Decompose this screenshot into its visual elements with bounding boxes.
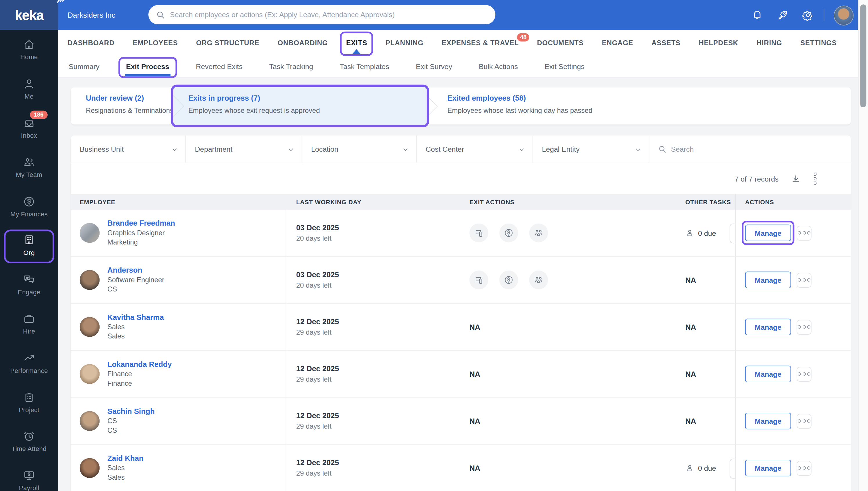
notifications-bell-icon[interactable] xyxy=(752,9,763,20)
exit-action-team-icon[interactable] xyxy=(529,224,548,242)
exit-action-team-icon[interactable] xyxy=(529,270,548,289)
sidebar-item[interactable]: Org xyxy=(0,226,58,265)
exit-action-finance-icon[interactable] xyxy=(499,224,518,242)
exit-action-assets-icon[interactable] xyxy=(470,224,488,242)
nav-tab-label: DOCUMENTS xyxy=(537,39,584,47)
table-options-kebab-icon[interactable] xyxy=(812,172,817,186)
keka-logo[interactable]: keka xyxy=(0,0,58,30)
employee-name-link[interactable]: Anderson xyxy=(107,266,164,276)
subnav-tab[interactable]: Exit Process xyxy=(126,62,169,71)
manage-button[interactable]: Manage xyxy=(745,225,791,241)
other-tasks-due[interactable]: 0 due xyxy=(685,463,716,472)
scrollbar-thumb[interactable] xyxy=(860,4,866,107)
sidebar-item[interactable]: Me xyxy=(0,69,58,108)
row-options-kebab-icon[interactable] xyxy=(796,461,812,475)
row-options-kebab-icon[interactable] xyxy=(796,413,812,429)
exit-actions-na: NA xyxy=(470,417,480,425)
stage-title[interactable]: Under review (2) xyxy=(86,94,173,103)
sidebar-item[interactable]: Project xyxy=(0,382,58,422)
stage-title[interactable]: Exits in progress (7) xyxy=(188,94,427,103)
person-icon xyxy=(685,463,694,472)
days-left: 20 days left xyxy=(296,282,339,289)
sidebar-item[interactable]: My Finances xyxy=(0,186,58,226)
filter-dropdown[interactable]: Department xyxy=(186,136,302,163)
nav-tab[interactable]: ORG STRUCTURE xyxy=(196,39,259,47)
table-search-input[interactable]: Search xyxy=(649,136,850,163)
nav-tab[interactable]: DASHBOARD xyxy=(67,39,115,47)
employee-department: Sales xyxy=(107,332,164,341)
days-left: 29 days left xyxy=(296,469,339,478)
sidebar-item-label: Home xyxy=(20,54,38,61)
sidebar-item[interactable]: Performance xyxy=(0,343,58,382)
subnav-tab[interactable]: Exit Settings xyxy=(544,62,585,71)
nav-tab[interactable]: EXITS xyxy=(346,39,367,47)
subnav-tab[interactable]: Summary xyxy=(69,62,100,71)
nav-tab[interactable]: HELPDESK xyxy=(699,39,738,47)
manage-button[interactable]: Manage xyxy=(745,366,791,382)
employee-avatar xyxy=(80,411,100,431)
filter-dropdown[interactable]: Location xyxy=(302,136,417,163)
sidebar-item[interactable]: Home xyxy=(0,30,58,69)
employee-department: Sales xyxy=(107,473,143,482)
download-icon[interactable] xyxy=(791,174,800,183)
row-options-kebab-icon[interactable] xyxy=(796,320,812,335)
search-icon xyxy=(156,10,165,19)
exit-action-assets-icon[interactable] xyxy=(470,270,488,289)
exit-action-finance-icon[interactable] xyxy=(499,270,518,289)
sidebar-item-label: Project xyxy=(19,406,39,413)
nav-tab[interactable]: SETTINGS xyxy=(801,39,837,47)
filter-dropdown[interactable]: Business Unit xyxy=(71,136,186,163)
global-search-input[interactable]: Search employees or actions (Ex: Apply L… xyxy=(148,5,495,24)
annotation-box xyxy=(171,85,429,127)
filter-dropdown[interactable]: Cost Center xyxy=(417,136,533,163)
stage-card[interactable]: Under review (2) Resignations & Terminat… xyxy=(71,87,173,124)
module-nav: DASHBOARD EMPLOYEES ORG STRUCTURE ONBO xyxy=(58,30,859,56)
sidebar-item[interactable]: Inbox 186 xyxy=(0,108,58,147)
sidebar-item[interactable]: Hire xyxy=(0,304,58,343)
nav-tab[interactable]: EMPLOYEES xyxy=(133,39,178,47)
row-options-kebab-icon[interactable] xyxy=(796,272,812,287)
user-avatar[interactable] xyxy=(834,5,854,26)
sidebar-item[interactable]: Engage xyxy=(0,265,58,304)
manage-button[interactable]: Manage xyxy=(745,460,791,476)
manage-button[interactable]: Manage xyxy=(745,413,791,429)
stage-title[interactable]: Exited employees (58) xyxy=(448,94,697,103)
employee-name-link[interactable]: Lokananda Reddy xyxy=(107,359,172,370)
employee-name-link[interactable]: Sachin Singh xyxy=(107,407,155,416)
nav-tab[interactable]: ENGAGE xyxy=(602,39,633,47)
subnav-tab[interactable]: Exit Survey xyxy=(416,62,452,71)
nav-tab[interactable]: ONBOARDING xyxy=(278,39,328,47)
subnav-tab[interactable]: Task Tracking xyxy=(269,62,313,71)
row-options-kebab-icon[interactable] xyxy=(796,225,812,240)
subnav-tab[interactable]: Reverted Exits xyxy=(196,62,243,71)
nav-tab[interactable]: DOCUMENTS xyxy=(537,39,584,47)
nav-tab[interactable]: HIRING xyxy=(757,39,782,47)
filter-dropdown[interactable]: Legal Entity xyxy=(533,136,649,163)
exit-actions-na: NA xyxy=(470,464,480,472)
stage-card[interactable]: Exits in progress (7) Employees whose ex… xyxy=(173,87,427,124)
subnav-tab[interactable]: Task Templates xyxy=(340,62,389,71)
employee-name-link[interactable]: Kavitha Sharma xyxy=(107,313,164,322)
whats-new-rocket-icon[interactable] xyxy=(777,9,789,21)
other-tasks-due[interactable]: 0 due xyxy=(685,229,716,237)
sidebar-item[interactable]: My Team xyxy=(0,147,58,186)
employee-role: Graphics Designer xyxy=(107,229,175,238)
manage-button[interactable]: Manage xyxy=(745,319,791,335)
nav-tab[interactable]: ASSETS xyxy=(651,39,680,47)
sidebar-item-icon xyxy=(23,195,35,208)
settings-gear-icon[interactable] xyxy=(802,9,814,21)
employee-name-link[interactable]: Zaid Khan xyxy=(107,454,143,463)
nav-tab[interactable]: PLANNING xyxy=(385,39,423,47)
exit-stage-cards: Under review (2) Resignations & Terminat… xyxy=(71,87,851,124)
subnav-tab[interactable]: Bulk Actions xyxy=(479,62,518,71)
nav-tab[interactable]: EXPENSES & TRAVEL 48 xyxy=(442,39,519,47)
nav-tab-label: PLANNING xyxy=(385,39,423,47)
sidebar-item[interactable]: Time Attend xyxy=(0,422,58,461)
stage-card[interactable]: Exited employees (58) Employees whose la… xyxy=(427,87,697,124)
employee-name-link[interactable]: Brandee Freedman xyxy=(107,219,175,228)
row-options-kebab-icon[interactable] xyxy=(796,367,812,382)
sidebar-item-icon xyxy=(23,469,35,482)
topbar-divider xyxy=(823,9,824,21)
sidebar-item[interactable]: Payroll xyxy=(0,461,58,491)
manage-button[interactable]: Manage xyxy=(745,272,791,288)
